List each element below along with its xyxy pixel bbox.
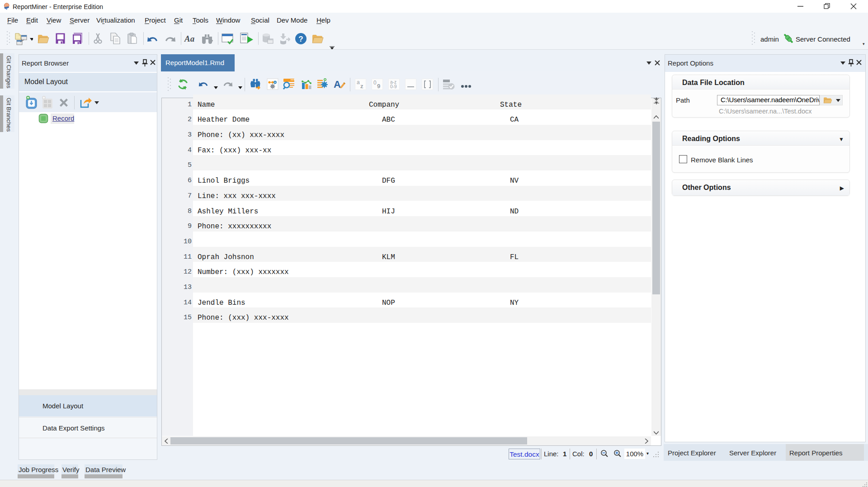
svg-text:Aa: Aa xyxy=(184,34,195,43)
svg-text:a: a xyxy=(357,79,360,85)
svg-text:A: A xyxy=(334,79,341,90)
svg-text:z: z xyxy=(360,83,363,90)
svg-text:0: 0 xyxy=(373,80,377,86)
svg-text:?: ? xyxy=(298,35,303,43)
svg-text:0-9: 0-9 xyxy=(390,84,397,89)
svg-text:9: 9 xyxy=(377,83,380,90)
